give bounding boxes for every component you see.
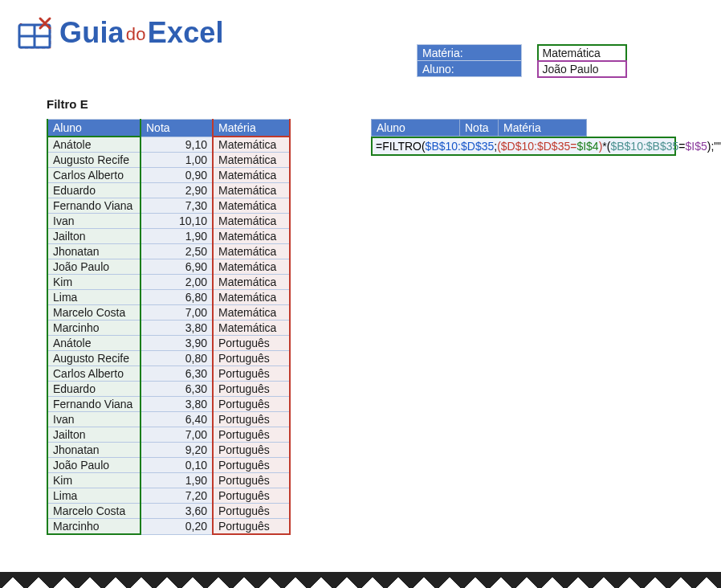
table-row[interactable]: Ivan10,10Matemática [47,214,290,229]
cell-aluno[interactable]: Fernando Viana [47,198,141,214]
cell-aluno[interactable]: Carlos Alberto [47,366,141,382]
cell-nota[interactable]: 2,90 [141,183,213,198]
formula-cell[interactable]: =FILTRO($B$10:$D$35;($D$10:$D$35=$I$4)*(… [371,137,676,156]
table-row[interactable]: João Paulo6,90Matemática [47,259,290,275]
table-row[interactable]: Fernando Viana3,80Português [47,397,290,412]
cell-aluno[interactable]: Marcelo Costa [47,305,141,321]
table-row[interactable]: Jhonatan9,20Português [47,443,290,458]
cell-aluno[interactable]: Carlos Alberto [47,168,141,183]
cell-nota[interactable]: 0,80 [141,351,213,366]
result-th-materia[interactable]: Matéria [499,120,587,137]
cell-aluno[interactable]: Jailton [47,427,141,443]
cell-aluno[interactable]: Kim [47,473,141,488]
cell-materia[interactable]: Português [213,397,290,412]
table-row[interactable]: Jailton7,00Português [47,427,290,443]
cell-nota[interactable]: 3,80 [141,397,213,412]
cell-nota[interactable]: 7,30 [141,198,213,214]
table-row[interactable]: Eduardo6,30Português [47,382,290,397]
cell-materia[interactable]: Matemática [213,305,290,321]
cell-aluno[interactable]: Ivan [47,412,141,427]
cell-nota[interactable]: 7,20 [141,488,213,504]
cell-nota[interactable]: 6,90 [141,259,213,275]
cell-aluno[interactable]: Marcinho [47,519,141,535]
cell-nota[interactable]: 1,00 [141,153,213,168]
cell-aluno[interactable]: João Paulo [47,458,141,473]
cell-materia[interactable]: Matemática [213,275,290,290]
cell-materia[interactable]: Matemática [213,183,290,198]
table-row[interactable]: Marcinho0,20Português [47,519,290,535]
cell-nota[interactable]: 3,90 [141,336,213,351]
cell-aluno[interactable]: Marcinho [47,321,141,336]
cell-materia[interactable]: Português [213,427,290,443]
cell-nota[interactable]: 0,90 [141,168,213,183]
cell-nota[interactable]: 7,00 [141,305,213,321]
cell-materia[interactable]: Português [213,351,290,366]
cell-aluno[interactable]: Lima [47,488,141,504]
cell-aluno[interactable]: Marcelo Costa [47,504,141,519]
table-row[interactable]: Ivan6,40Português [47,412,290,427]
cell-nota[interactable]: 6,30 [141,382,213,397]
cell-aluno[interactable]: Kim [47,275,141,290]
cell-materia[interactable]: Matemática [213,244,290,259]
cell-aluno[interactable]: Anátole [47,336,141,351]
th-materia[interactable]: Matéria [213,120,290,137]
cell-nota[interactable]: 1,90 [141,229,213,244]
table-row[interactable]: Anátole9,10Matemática [47,137,290,153]
result-th-nota[interactable]: Nota [460,120,499,137]
cell-materia[interactable]: Matemática [213,168,290,183]
cell-aluno[interactable]: Jhonatan [47,443,141,458]
table-row[interactable]: Fernando Viana7,30Matemática [47,198,290,214]
table-row[interactable]: Lima6,80Matemática [47,290,290,305]
cell-aluno[interactable]: Fernando Viana [47,397,141,412]
criteria-aluno-value[interactable]: João Paulo [538,61,626,77]
table-row[interactable]: Anátole3,90Português [47,336,290,351]
cell-materia[interactable]: Matemática [213,137,290,153]
cell-nota[interactable]: 0,20 [141,519,213,535]
table-row[interactable]: Marcelo Costa3,60Português [47,504,290,519]
table-row[interactable]: João Paulo0,10Português [47,458,290,473]
cell-aluno[interactable]: Augusto Recife [47,351,141,366]
cell-aluno[interactable]: João Paulo [47,259,141,275]
table-row[interactable]: Carlos Alberto6,30Português [47,366,290,382]
table-row[interactable]: Carlos Alberto0,90Matemática [47,168,290,183]
table-row[interactable]: Kim2,00Matemática [47,275,290,290]
cell-nota[interactable]: 9,20 [141,443,213,458]
table-row[interactable]: Kim1,90Português [47,473,290,488]
cell-nota[interactable]: 6,40 [141,412,213,427]
cell-nota[interactable]: 9,10 [141,137,213,153]
cell-materia[interactable]: Matemática [213,214,290,229]
table-row[interactable]: Jhonatan2,50Matemática [47,244,290,259]
cell-materia[interactable]: Matemática [213,259,290,275]
cell-materia[interactable]: Matemática [213,198,290,214]
cell-materia[interactable]: Matemática [213,229,290,244]
cell-materia[interactable]: Português [213,382,290,397]
cell-materia[interactable]: Português [213,488,290,504]
cell-aluno[interactable]: Augusto Recife [47,153,141,168]
cell-materia[interactable]: Português [213,443,290,458]
cell-nota[interactable]: 3,60 [141,504,213,519]
cell-nota[interactable]: 10,10 [141,214,213,229]
cell-aluno[interactable]: Jailton [47,229,141,244]
table-row[interactable]: Marcinho3,80Matemática [47,321,290,336]
cell-materia[interactable]: Português [213,504,290,519]
cell-materia[interactable]: Matemática [213,321,290,336]
cell-nota[interactable]: 7,00 [141,427,213,443]
table-row[interactable]: Marcelo Costa7,00Matemática [47,305,290,321]
cell-materia[interactable]: Português [213,412,290,427]
cell-materia[interactable]: Português [213,336,290,351]
cell-aluno[interactable]: Lima [47,290,141,305]
th-nota[interactable]: Nota [141,120,213,137]
table-row[interactable]: Augusto Recife0,80Português [47,351,290,366]
cell-materia[interactable]: Português [213,519,290,535]
source-table[interactable]: Aluno Nota Matéria Anátole9,10Matemática… [47,119,291,535]
cell-nota[interactable]: 0,10 [141,458,213,473]
th-aluno[interactable]: Aluno [47,120,141,137]
cell-nota[interactable]: 2,00 [141,275,213,290]
table-row[interactable]: Jailton1,90Matemática [47,229,290,244]
cell-nota[interactable]: 6,80 [141,290,213,305]
table-row[interactable]: Eduardo2,90Matemática [47,183,290,198]
cell-materia[interactable]: Português [213,473,290,488]
cell-materia[interactable]: Matemática [213,290,290,305]
cell-nota[interactable]: 3,80 [141,321,213,336]
cell-aluno[interactable]: Ivan [47,214,141,229]
